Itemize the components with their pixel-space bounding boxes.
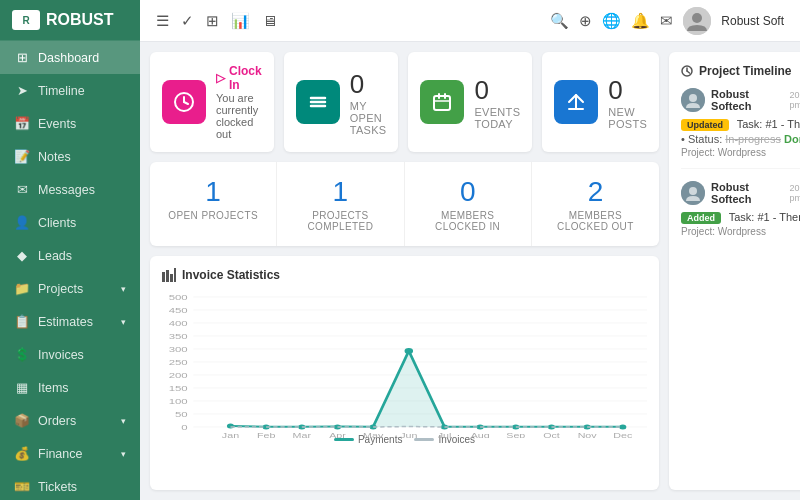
- sidebar: R ROBUST ⊞Dashboard➤Timeline📅Events📝Note…: [0, 0, 140, 500]
- open-tasks-label: My open tasks: [350, 100, 387, 136]
- orders-icon: 📦: [14, 413, 30, 428]
- monitor-icon[interactable]: 🖥: [262, 12, 277, 29]
- middle-column: Project Timeline Robust Softech 2021-06-…: [669, 52, 800, 490]
- badge-updated: Updated: [681, 119, 729, 131]
- svg-rect-14: [170, 274, 173, 282]
- svg-text:0: 0: [181, 423, 188, 432]
- dashboard-icon: ⊞: [14, 50, 30, 65]
- sidebar-item-orders[interactable]: 📦Orders▾: [0, 404, 140, 437]
- svg-text:250: 250: [169, 358, 189, 367]
- sidebar-item-dashboard[interactable]: ⊞Dashboard: [0, 41, 140, 74]
- estimates-icon: 📋: [14, 314, 30, 329]
- timeline-icon: ➤: [14, 83, 30, 98]
- open-tasks-card: 0 My open tasks: [284, 52, 399, 152]
- sidebar-label-messages: Messages: [38, 183, 95, 197]
- project-timeline-card: Project Timeline Robust Softech 2021-06-…: [669, 52, 800, 490]
- svg-text:300: 300: [169, 345, 189, 354]
- chart-icon[interactable]: 📊: [231, 12, 250, 30]
- tickets-icon: 🎫: [14, 479, 30, 494]
- svg-line-4: [184, 102, 188, 104]
- svg-point-44: [405, 348, 414, 354]
- search-icon[interactable]: 🔍: [550, 12, 569, 30]
- svg-rect-12: [162, 272, 165, 282]
- logo-icon: R: [12, 10, 40, 30]
- sidebar-item-invoices[interactable]: 💲Invoices: [0, 338, 140, 371]
- sidebar-label-timeline: Timeline: [38, 84, 85, 98]
- events-icon-box: [420, 80, 464, 124]
- entry-time-1: 2021-06-15 03:00:16 pm: [789, 90, 800, 110]
- svg-text:Aug: Aug: [471, 432, 490, 438]
- arrow-icon: ▾: [121, 284, 126, 294]
- timeline-title: Project Timeline: [681, 64, 800, 78]
- arrow-icon: ▾: [121, 317, 126, 327]
- svg-text:450: 450: [169, 306, 189, 315]
- clock-in-card: ▷ Clock In You are currently clocked out: [150, 52, 274, 152]
- svg-text:350: 350: [169, 332, 189, 341]
- clock-text: ▷ Clock In You are currently clocked out: [216, 64, 262, 140]
- entry-task-2: Task: #1 - Theme Integration: [729, 211, 800, 223]
- sidebar-item-finance[interactable]: 💰Finance▾: [0, 437, 140, 470]
- mail-icon[interactable]: ✉: [660, 12, 673, 30]
- username: Robust Soft: [721, 14, 784, 28]
- stat-box: 1OPEN PROJECTS: [150, 162, 277, 246]
- left-column: ▷ Clock In You are currently clocked out: [150, 52, 659, 490]
- projects-icon: 📁: [14, 281, 30, 296]
- sidebar-label-finance: Finance: [38, 447, 82, 461]
- entry-name-2: Robust Softech: [711, 181, 783, 205]
- svg-text:Dec: Dec: [613, 432, 632, 438]
- notes-icon: 📝: [14, 149, 30, 164]
- svg-line-65: [687, 71, 690, 73]
- entry-status-1: • Status: In-progress Done: [681, 133, 800, 145]
- svg-text:400: 400: [169, 319, 189, 328]
- sidebar-item-projects[interactable]: 📁Projects▾: [0, 272, 140, 305]
- entry-time-2: 2021-06-15 02:39:37 pm: [789, 183, 800, 203]
- stat-box: 2MEMBERS CLOCKED OUT: [532, 162, 659, 246]
- events-today-card: 0 Events today: [408, 52, 532, 152]
- globe-icon[interactable]: 🌐: [602, 12, 621, 30]
- svg-text:Mar: Mar: [293, 432, 311, 438]
- hamburger-icon[interactable]: ☰: [156, 12, 169, 30]
- plus-icon[interactable]: ⊕: [579, 12, 592, 30]
- svg-text:Apr: Apr: [329, 432, 346, 438]
- entry-project-2: Project: Wordpress: [681, 226, 800, 237]
- content: ▷ Clock In You are currently clocked out: [140, 42, 800, 500]
- sidebar-label-projects: Projects: [38, 282, 83, 296]
- badge-added: Added: [681, 212, 721, 224]
- svg-text:Nov: Nov: [578, 432, 597, 438]
- sidebar-label-items: Items: [38, 381, 69, 395]
- sidebar-item-estimates[interactable]: 📋Estimates▾: [0, 305, 140, 338]
- sidebar-item-items[interactable]: ▦Items: [0, 371, 140, 404]
- logo-text: ROBUST: [46, 11, 114, 29]
- sidebar-item-leads[interactable]: ◆Leads: [0, 239, 140, 272]
- svg-text:500: 500: [169, 293, 189, 302]
- invoice-chart-card: Invoice Statistics 500 450 400 350 300 2…: [150, 256, 659, 490]
- new-posts-card: 0 New posts: [542, 52, 659, 152]
- header: ☰ ✓ ⊞ 📊 🖥 🔍 ⊕ 🌐 🔔 ✉ Robust Soft: [140, 0, 800, 42]
- sidebar-label-events: Events: [38, 117, 76, 131]
- svg-point-1: [692, 13, 702, 23]
- header-right: 🔍 ⊕ 🌐 🔔 ✉ Robust Soft: [550, 7, 784, 35]
- entry-avatar-2: [681, 181, 705, 205]
- bell-icon[interactable]: 🔔: [631, 12, 650, 30]
- sidebar-item-messages[interactable]: ✉Messages: [0, 173, 140, 206]
- svg-text:Oct: Oct: [543, 432, 560, 438]
- clock-icon-box: [162, 80, 206, 124]
- posts-icon-box: [554, 80, 598, 124]
- sidebar-label-notes: Notes: [38, 150, 71, 164]
- sidebar-item-tickets[interactable]: 🎫Tickets: [0, 470, 140, 500]
- sidebar-item-timeline[interactable]: ➤Timeline: [0, 74, 140, 107]
- sidebar-item-events[interactable]: 📅Events: [0, 107, 140, 140]
- svg-rect-15: [174, 268, 176, 282]
- sidebar-item-clients[interactable]: 👤Clients: [0, 206, 140, 239]
- events-today-label: Events today: [474, 106, 520, 130]
- messages-icon: ✉: [14, 182, 30, 197]
- stat-box: 0MEMBERS CLOCKED IN: [405, 162, 532, 246]
- clock-in-button[interactable]: ▷ Clock In: [216, 64, 262, 92]
- clock-status: You are currently clocked out: [216, 92, 262, 140]
- tasks-icon-box: [296, 80, 340, 124]
- sidebar-item-notes[interactable]: 📝Notes: [0, 140, 140, 173]
- stat-box: 1PROJECTS COMPLETED: [277, 162, 404, 246]
- grid-icon[interactable]: ⊞: [206, 12, 219, 30]
- sidebar-label-tickets: Tickets: [38, 480, 77, 494]
- check-icon[interactable]: ✓: [181, 12, 194, 30]
